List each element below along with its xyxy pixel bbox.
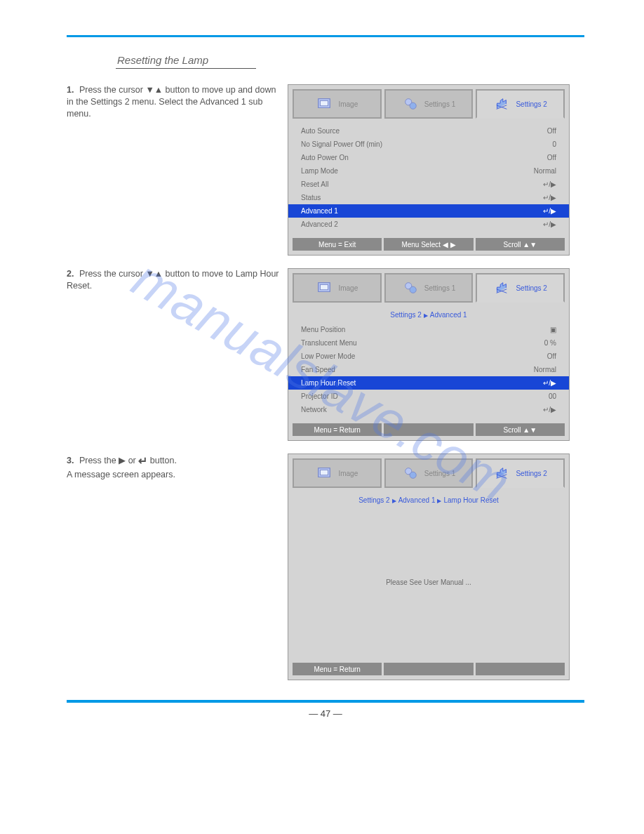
osd-item-label: No Signal Power Off (min) — [301, 139, 382, 150]
step-text: Press the cursor ▼▲ button to move up an… — [67, 85, 276, 119]
osd-item-translucent-menu[interactable]: Translucent Menu 0 % — [288, 336, 569, 350]
osd-item-value: 0 — [552, 139, 556, 150]
tab-label: Settings 2 — [516, 470, 546, 477]
svg-point-4 — [410, 102, 416, 109]
tab-label: Image — [338, 284, 358, 292]
svg-point-9 — [410, 286, 416, 293]
step-text: Press the cursor ▼▲ button to move to La… — [67, 269, 279, 291]
osd-item-network[interactable]: Network ↵/▶ — [288, 403, 569, 416]
osd-item-menu-position[interactable]: Menu Position ▣ — [288, 323, 569, 336]
osd-footer-button[interactable]: Scroll ▲▼ — [476, 238, 565, 251]
osd-tab-settings-1[interactable]: Settings 1 — [384, 458, 474, 488]
osd-item-lamp-hour-reset[interactable]: Lamp Hour Reset ↵/▶ — [288, 376, 569, 390]
tab-icon — [316, 95, 333, 112]
osd-item-low-power-mode[interactable]: Low Power Mode Off — [288, 350, 569, 363]
osd-footer-button[interactable] — [476, 663, 565, 675]
tab-icon — [493, 95, 510, 112]
osd-item-advanced-2[interactable]: Advanced 2 ↵/▶ — [288, 218, 569, 231]
enter-icon: ↵ — [138, 454, 147, 469]
osd-tabs: Image Settings 1 Settings 2 — [288, 454, 569, 488]
osd-tab-settings-2[interactable]: Settings 2 — [476, 273, 565, 303]
breadcrumb-item: Advanced 1 — [398, 496, 436, 504]
osd-tab-settings-2[interactable]: Settings 2 — [476, 458, 565, 488]
osd-item-value: ↵/▶ — [543, 404, 556, 415]
step-number: 1. — [67, 85, 74, 95]
breadcrumb: Settings 2▶Advanced 1 — [288, 308, 569, 323]
breadcrumb: Settings 2▶Advanced 1▶Lamp Hour Reset — [288, 494, 569, 508]
osd-tab-image[interactable]: Image — [293, 458, 382, 488]
osd-footer-button[interactable]: Menu Select ◀ ▶ — [384, 238, 473, 251]
osd-item-value: 00 — [549, 391, 556, 402]
tab-label: Image — [338, 470, 358, 477]
osd-item-value: ↵/▶ — [543, 206, 556, 216]
osd-item-value: Normal — [534, 166, 556, 176]
tab-icon — [402, 279, 419, 296]
osd-item-projector-id[interactable]: Projector ID 00 — [288, 390, 569, 403]
osd-window: Image Settings 1 Settings 2 Settings 2▶A… — [288, 454, 570, 680]
osd-item-label: Auto Power On — [301, 152, 349, 163]
osd-tab-image[interactable]: Image — [293, 89, 382, 119]
osd-item-label: Menu Position — [301, 324, 345, 335]
osd-footer-button[interactable] — [384, 663, 473, 675]
osd-tab-settings-1[interactable]: Settings 1 — [384, 273, 474, 303]
osd-body: Settings 2▶Advanced 1 Menu Position ▣ Tr… — [288, 303, 569, 419]
tab-label: Settings 1 — [424, 100, 455, 108]
osd-footer: Menu = ExitMenu Select ◀ ▶Scroll ▲▼ — [288, 234, 569, 255]
osd-item-advanced-1[interactable]: Advanced 1 ↵/▶ — [288, 204, 569, 218]
osd-tab-settings-1[interactable]: Settings 1 — [384, 89, 474, 119]
osd-item-value: 0 % — [544, 338, 556, 348]
page: manualslave.com Resetting the Lamp 1. Pr… — [0, 0, 644, 761]
step-row: 2. Press the cursor ▼▲ button to move to… — [67, 268, 584, 441]
tab-label: Settings 1 — [424, 284, 455, 292]
tab-label: Image — [338, 100, 358, 108]
step-number: 3. — [67, 456, 74, 465]
osd-item-value: Off — [547, 152, 556, 163]
osd-item-auto-power-on[interactable]: Auto Power On Off — [288, 151, 569, 164]
breadcrumb-item: Settings 2 — [390, 311, 421, 319]
breadcrumb-item: Advanced 1 — [430, 311, 467, 319]
osd-tab-image[interactable]: Image — [293, 273, 382, 303]
tab-icon — [493, 465, 510, 482]
step-instruction: 1. Press the cursor ▼▲ button to move up… — [67, 84, 288, 256]
osd-window: Image Settings 1 Settings 2 Settings 2▶A… — [288, 268, 570, 441]
osd-item-label: Network — [301, 404, 327, 415]
section-title: Resetting the Lamp — [116, 54, 256, 69]
svg-point-14 — [410, 472, 416, 478]
step-instruction: 2. Press the cursor ▼▲ button to move to… — [67, 268, 288, 441]
page-number: — 47 — — [67, 708, 584, 719]
osd-item-value: ↵/▶ — [543, 192, 556, 203]
svg-rect-12 — [321, 470, 328, 475]
osd-footer-button[interactable]: Menu = Exit — [293, 238, 382, 251]
osd-item-no-signal-power-off-min-[interactable]: No Signal Power Off (min) 0 — [288, 138, 569, 151]
osd-item-reset-all[interactable]: Reset All ↵/▶ — [288, 178, 569, 191]
osd-item-fan-speed[interactable]: Fan Speed Normal — [288, 363, 569, 376]
osd-item-label: Reset All — [301, 179, 328, 190]
tab-label: Settings 1 — [424, 470, 455, 477]
tab-icon — [402, 465, 419, 482]
osd-item-label: Translucent Menu — [301, 338, 357, 348]
osd-item-label: Fan Speed — [301, 364, 335, 375]
osd-message: Please See User Manual ... — [288, 508, 569, 656]
osd-tabs: Image Settings 1 Settings 2 — [288, 85, 569, 119]
osd-item-value: ▣ — [550, 324, 556, 335]
section-title-wrap: Resetting the Lamp — [116, 54, 584, 69]
osd-item-auto-source[interactable]: Auto Source Off — [288, 124, 569, 138]
tab-icon — [402, 95, 419, 112]
osd-item-label: Lamp Mode — [301, 166, 338, 176]
osd-item-label: Advanced 1 — [301, 206, 338, 216]
step-instruction: 3. Press the ▶ or ↵ button.A message scr… — [67, 454, 288, 680]
osd-item-label: Low Power Mode — [301, 351, 355, 362]
osd-item-label: Lamp Hour Reset — [301, 378, 356, 388]
osd-tab-settings-2[interactable]: Settings 2 — [476, 89, 565, 119]
osd-footer-button[interactable] — [384, 423, 473, 436]
osd-item-value: Off — [547, 351, 556, 362]
tab-icon — [316, 279, 333, 296]
osd-footer-button[interactable]: Menu = Return — [293, 423, 382, 436]
osd-item-status[interactable]: Status ↵/▶ — [288, 191, 569, 204]
osd-tabs: Image Settings 1 Settings 2 — [288, 269, 569, 303]
svg-rect-7 — [321, 284, 328, 289]
osd-item-lamp-mode[interactable]: Lamp Mode Normal — [288, 164, 569, 178]
osd-footer-button[interactable]: Scroll ▲▼ — [476, 423, 565, 436]
tab-icon — [493, 279, 510, 296]
osd-footer-button[interactable]: Menu = Return — [293, 663, 382, 675]
